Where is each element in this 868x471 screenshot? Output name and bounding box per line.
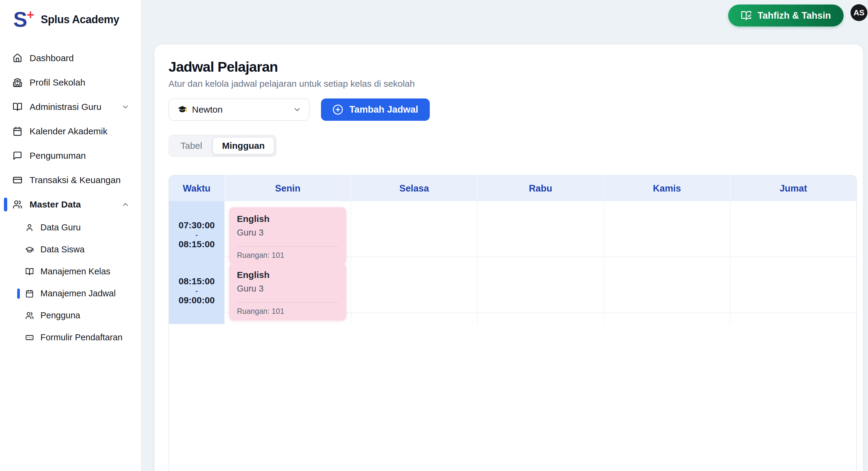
tambah-jadwal-label: Tambah Jadwal [349, 104, 418, 115]
home-icon [13, 53, 22, 63]
time-cell: 08:15:00-09:00:00 [169, 257, 224, 324]
avatar-initials: AS [854, 8, 864, 18]
time-end: 08:15:00 [179, 239, 215, 249]
sidebar-item-label: Administrasi Guru [30, 102, 101, 112]
chevron-up-icon [121, 200, 130, 209]
class-select-value: Newton [192, 104, 223, 115]
sidebar: S+ Splus Academy DashboardProfil Sekolah… [0, 0, 142, 471]
sidebar-subitem-manajemen-kelas[interactable]: Manajemen Kelas [0, 261, 141, 282]
logo-s: S [13, 8, 27, 31]
users-icon [25, 311, 34, 320]
logo-plus-icon: + [27, 7, 34, 22]
sidebar-subitem-label: Formulir Pendaftaran [40, 333, 122, 342]
tab-tabel[interactable]: Tabel [171, 137, 212, 155]
page-title: Jadwal Pelajaran [168, 59, 856, 75]
entry-divider [237, 246, 338, 247]
active-indicator [17, 289, 20, 299]
active-indicator [4, 198, 7, 211]
sidebar-subitem-label: Manajemen Jadwal [40, 289, 116, 298]
column-header-jumat: Jumat [730, 175, 856, 201]
tahfizh-tahsin-button[interactable]: Tahfizh & Tahsin [728, 4, 844, 27]
tab-mingguan[interactable]: Mingguan [213, 137, 275, 155]
tambah-jadwal-button[interactable]: Tambah Jadwal [321, 99, 430, 121]
schedule-row: 08:15:00-09:00:00EnglishGuru 3Ruangan: 1… [169, 257, 856, 313]
sidebar-subitem-formulir-pendaftaran[interactable]: Formulir Pendaftaran [0, 327, 141, 348]
calendar-icon [25, 290, 34, 298]
schedule-cell-jumat-row2 [730, 257, 856, 324]
sidebar-item-transaksi-keuangan[interactable]: Transaksi & Keuangan [0, 168, 141, 192]
chevron-down-icon [121, 103, 130, 111]
column-header-selasa: Selasa [350, 175, 477, 201]
sidebar-subitem-pengguna[interactable]: Pengguna [0, 304, 141, 327]
topbar: Tahfizh & Tahsin AS [142, 0, 868, 36]
sidebar-item-label: Pengumuman [30, 150, 86, 161]
brand-name: Splus Academy [41, 13, 119, 26]
entry-teacher: Guru 3 [237, 228, 338, 238]
time-separator: - [195, 289, 198, 293]
sidebar-item-dashboard[interactable]: Dashboard [0, 46, 141, 70]
schedule-entry[interactable]: EnglishGuru 3Ruangan: 101 [229, 263, 346, 321]
circle-plus-icon [333, 104, 343, 115]
schedule-entry[interactable]: EnglishGuru 3Ruangan: 101 [229, 207, 346, 264]
class-select[interactable]: Newton [168, 99, 310, 121]
column-header-rabu: Rabu [477, 175, 603, 201]
sidebar-item-administrasi-guru[interactable]: Administrasi Guru [0, 95, 141, 119]
schedule-cell-rabu-row2 [477, 257, 603, 324]
time-end: 09:00:00 [179, 295, 215, 305]
graduation-cap-icon [178, 105, 187, 114]
time-start: 07:30:00 [179, 220, 215, 230]
sidebar-subitem-label: Pengguna [40, 310, 80, 321]
sidebar-item-master-data[interactable]: Master Data [0, 192, 141, 216]
tahfizh-tahsin-label: Tahfizh & Tahsin [758, 10, 831, 21]
credit-card-icon [13, 175, 22, 185]
view-tabs: TabelMingguan [168, 135, 277, 157]
time-separator: - [195, 233, 198, 237]
schedule-body: 07:30:00-08:15:00EnglishGuru 3Ruangan: 1… [169, 201, 856, 313]
brand[interactable]: S+ Splus Academy [0, 0, 141, 30]
message-square-icon [13, 151, 22, 161]
sidebar-subitem-label: Data Siswa [40, 244, 85, 255]
sidebar-nav: DashboardProfil SekolahAdministrasi Guru… [0, 46, 141, 216]
rectangle-ellipsis-icon [25, 333, 34, 342]
user-icon [25, 224, 34, 232]
entry-divider [237, 302, 338, 303]
sidebar-item-label: Profil Sekolah [30, 77, 85, 88]
brand-logo: S+ [13, 9, 34, 30]
sidebar-subitem-data-siswa[interactable]: Data Siswa [0, 238, 141, 261]
schedule-grid: WaktuSeninSelasaRabuKamisJumat 07:30:00-… [168, 175, 857, 471]
entry-subject: English [237, 270, 338, 280]
users-icon [13, 200, 22, 209]
column-header-waktu: Waktu [169, 175, 224, 201]
entry-teacher: Guru 3 [237, 284, 338, 294]
graduation-cap-icon [25, 245, 34, 254]
book-open-icon [25, 267, 34, 276]
sidebar-subnav: Data GuruData SiswaManajemen KelasManaje… [0, 216, 141, 348]
sidebar-subitem-label: Data Guru [40, 223, 81, 233]
controls-row: Newton Tambah Jadwal [168, 99, 856, 121]
sidebar-subitem-data-guru[interactable]: Data Guru [0, 216, 141, 238]
sidebar-item-label: Kalender Akademik [30, 126, 107, 136]
sidebar-item-profil-sekolah[interactable]: Profil Sekolah [0, 70, 141, 95]
sidebar-item-pengumuman[interactable]: Pengumuman [0, 143, 141, 168]
sidebar-subitem-manajemen-jadwal[interactable]: Manajemen Jadwal [0, 282, 141, 304]
schedule-cell-kamis-row2 [603, 257, 730, 324]
book-open-check-icon [741, 10, 752, 21]
sidebar-subitem-label: Manajemen Kelas [40, 267, 110, 276]
column-header-senin: Senin [224, 175, 350, 201]
chevron-down-icon [293, 105, 302, 114]
column-header-kamis: Kamis [603, 175, 730, 201]
sidebar-item-label: Dashboard [30, 53, 74, 63]
book-open-icon [13, 102, 22, 112]
schedule-cell-senin-row2: EnglishGuru 3Ruangan: 101 [224, 257, 350, 324]
school-icon [13, 78, 22, 87]
page-subtitle: Atur dan kelola jadwal pelajaran untuk s… [168, 78, 856, 89]
content-card: Jadwal Pelajaran Atur dan kelola jadwal … [154, 44, 864, 471]
avatar[interactable]: AS [850, 4, 867, 21]
schedule-row: 07:30:00-08:15:00EnglishGuru 3Ruangan: 1… [169, 201, 856, 257]
time-start: 08:15:00 [179, 276, 215, 287]
sidebar-item-kalender-akademik[interactable]: Kalender Akademik [0, 119, 141, 143]
sidebar-item-label: Transaksi & Keuangan [30, 175, 121, 185]
calendar-icon [13, 127, 22, 136]
entry-subject: English [237, 214, 338, 224]
schedule-header-row: WaktuSeninSelasaRabuKamisJumat [169, 175, 856, 201]
